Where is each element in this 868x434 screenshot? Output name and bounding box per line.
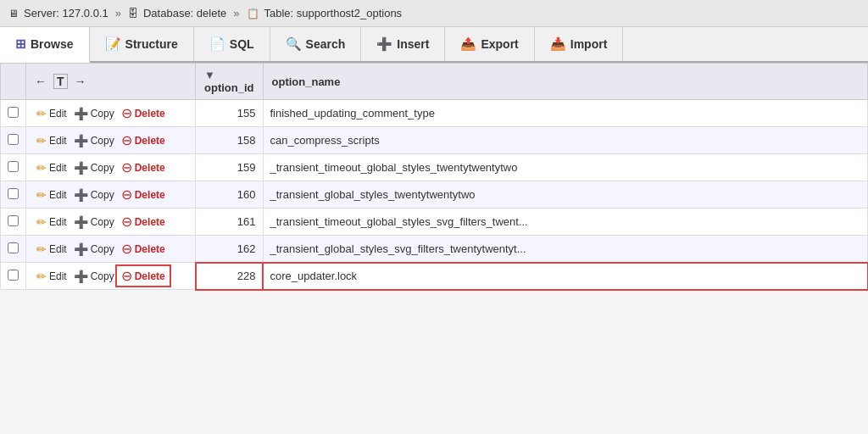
table-row: ✏Edit➕Copy⊖Delete159_transient_timeout_g… — [1, 154, 868, 181]
row-checkbox[interactable] — [8, 270, 19, 281]
row-actions-cell: ✏Edit➕Copy⊖Delete — [26, 236, 196, 263]
edit-label: Edit — [49, 243, 67, 255]
search-icon: 🔍 — [286, 36, 302, 52]
option-name-cell: _transient_timeout_global_styles_twentyt… — [263, 154, 868, 181]
option-id-cell: 159 — [196, 154, 264, 181]
tab-sql[interactable]: 📄 SQL — [194, 27, 270, 61]
copy-button[interactable]: ➕Copy — [70, 133, 118, 148]
export-icon: 📤 — [460, 36, 476, 52]
delete-icon: ⊖ — [121, 105, 132, 121]
row-checkbox-cell — [1, 236, 26, 263]
browse-icon: ⊞ — [15, 36, 26, 52]
tab-browse[interactable]: ⊞ Browse — [0, 27, 90, 63]
option-name-cell: _transient_timeout_global_styles_svg_fil… — [263, 209, 868, 236]
delete-label: Delete — [135, 135, 165, 147]
tab-insert[interactable]: ➕ Insert — [361, 27, 445, 61]
row-checkbox-cell — [1, 100, 26, 127]
delete-label: Delete — [135, 270, 165, 282]
tab-import[interactable]: 📥 Import — [535, 27, 624, 61]
delete-button[interactable]: ⊖Delete — [118, 131, 169, 149]
delete-button[interactable]: ⊖Delete — [118, 213, 169, 231]
copy-button[interactable]: ➕Copy — [70, 187, 118, 203]
copy-icon: ➕ — [74, 215, 88, 229]
copy-label: Copy — [91, 189, 114, 201]
delete-label: Delete — [135, 189, 165, 201]
delete-label: Delete — [135, 108, 165, 120]
row-checkbox[interactable] — [8, 215, 19, 226]
row-checkbox[interactable] — [8, 134, 19, 145]
option-id-cell: 160 — [196, 181, 264, 209]
delete-label: Delete — [135, 216, 165, 228]
pencil-icon: ✏ — [36, 215, 47, 229]
pencil-icon: ✏ — [36, 188, 47, 202]
option-name-cell: _transient_global_styles_svg_filters_twe… — [263, 236, 868, 263]
delete-label: Delete — [135, 243, 165, 255]
copy-button[interactable]: ➕Copy — [70, 269, 118, 284]
structure-icon: 📝 — [105, 36, 121, 52]
edit-button[interactable]: ✏Edit — [33, 269, 70, 284]
arrow-left-icon[interactable]: ← — [35, 75, 47, 88]
copy-button[interactable]: ➕Copy — [70, 214, 118, 230]
delete-button[interactable]: ⊖Delete — [118, 104, 169, 122]
copy-icon: ➕ — [74, 242, 88, 256]
tab-search[interactable]: 🔍 Search — [270, 27, 362, 61]
option-id-label: option_id — [204, 81, 254, 94]
arrow-right-icon[interactable]: → — [75, 75, 86, 88]
pencil-icon: ✏ — [36, 270, 47, 283]
edit-label: Edit — [49, 135, 67, 147]
row-checkbox[interactable] — [8, 161, 19, 172]
sql-icon: 📄 — [209, 36, 225, 52]
edit-button[interactable]: ✏Edit — [33, 187, 70, 203]
tab-structure[interactable]: 📝 Structure — [90, 27, 194, 61]
server-label: Server: 127.0.0.1 — [24, 7, 108, 19]
col-header-option-id: ▼ option_id — [196, 64, 264, 100]
data-table: ← T → ▼ option_id option_name ✏Edit➕Copy… — [0, 63, 868, 290]
tab-structure-label: Structure — [125, 37, 178, 51]
copy-icon: ➕ — [74, 107, 88, 120]
import-icon: 📥 — [550, 36, 566, 52]
row-actions-cell: ✏Edit➕Copy⊖Delete — [26, 263, 196, 290]
delete-button[interactable]: ⊖Delete — [118, 240, 169, 258]
option-name-cell: finished_updating_comment_type — [263, 100, 868, 127]
edit-button[interactable]: ✏Edit — [33, 214, 70, 230]
insert-icon: ➕ — [376, 36, 392, 52]
col-resize-icon[interactable]: T — [53, 74, 68, 89]
edit-button[interactable]: ✏Edit — [33, 242, 70, 257]
delete-icon: ⊖ — [121, 159, 132, 175]
copy-button[interactable]: ➕Copy — [70, 160, 118, 175]
tab-export[interactable]: 📤 Export — [445, 27, 534, 61]
row-checkbox[interactable] — [8, 242, 19, 253]
edit-button[interactable]: ✏Edit — [33, 106, 70, 121]
copy-icon: ➕ — [74, 270, 88, 283]
pencil-icon: ✏ — [36, 161, 47, 175]
row-actions-cell: ✏Edit➕Copy⊖Delete — [26, 181, 196, 209]
row-actions-cell: ✏Edit➕Copy⊖Delete — [26, 127, 196, 154]
row-checkbox[interactable] — [8, 188, 19, 199]
row-checkbox[interactable] — [8, 107, 19, 118]
delete-icon: ⊖ — [121, 241, 132, 257]
copy-button[interactable]: ➕Copy — [70, 242, 118, 257]
delete-button[interactable]: ⊖Delete — [118, 186, 169, 203]
row-checkbox-cell — [1, 181, 26, 209]
copy-button[interactable]: ➕Copy — [70, 106, 118, 121]
delete-button[interactable]: ⊖Delete — [118, 159, 169, 176]
table-label: Table: supporthost2_options — [264, 7, 403, 19]
row-checkbox-cell — [1, 263, 26, 290]
row-actions-cell: ✏Edit➕Copy⊖Delete — [26, 209, 196, 236]
option-id-cell: 158 — [196, 127, 264, 154]
tab-insert-label: Insert — [397, 37, 429, 51]
row-actions-cell: ✏Edit➕Copy⊖Delete — [26, 100, 196, 127]
pencil-icon: ✏ — [36, 242, 47, 256]
copy-label: Copy — [91, 162, 114, 174]
delete-icon: ⊖ — [121, 186, 132, 203]
edit-button[interactable]: ✏Edit — [33, 133, 70, 148]
col-header-actions: ← T → — [26, 64, 196, 100]
delete-button[interactable]: ⊖Delete — [118, 267, 169, 285]
tab-sql-label: SQL — [230, 37, 254, 51]
edit-button[interactable]: ✏Edit — [33, 160, 70, 175]
pencil-icon: ✏ — [36, 107, 47, 120]
pencil-icon: ✏ — [36, 134, 47, 147]
option-id-cell: 161 — [196, 209, 264, 236]
filter-icon[interactable]: ▼ — [204, 69, 215, 81]
table-row: ✏Edit➕Copy⊖Delete160_transient_global_st… — [1, 181, 868, 209]
